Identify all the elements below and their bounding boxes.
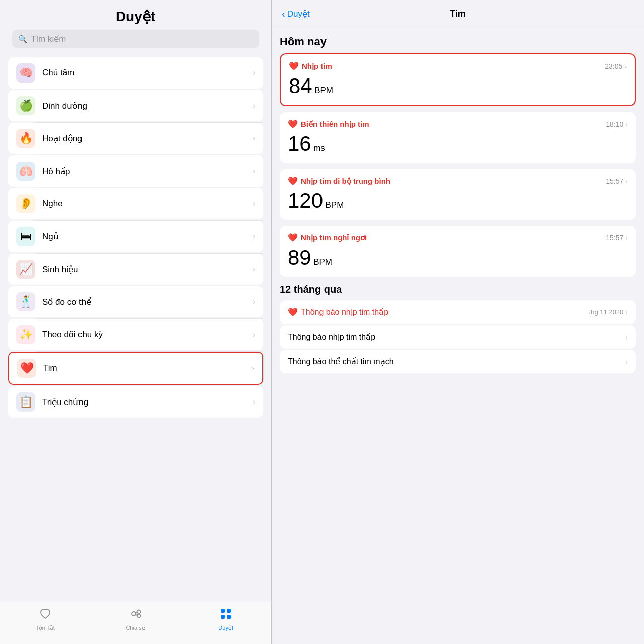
- tab-duyet-icon: [219, 607, 232, 623]
- sidebar-item-chu-tam[interactable]: 🧠 Chú tâm ›: [8, 57, 263, 89]
- card-unit-nhip-tim: BPM: [314, 86, 333, 95]
- card-chevron-bien-thien: ›: [625, 120, 628, 128]
- so-do-label: Số đo cơ thể: [42, 297, 246, 307]
- tab-tom-tat-label: Tóm tắt: [36, 625, 55, 631]
- item-text-thong-bao-nhip-tim-thap-header: Thông báo nhịp tim thấp: [301, 307, 388, 317]
- sidebar-item-ho-hap[interactable]: 🫁 Hô hấp ›: [8, 155, 263, 187]
- sidebar-item-so-do[interactable]: 🕺 Số đo cơ thể ›: [8, 286, 263, 317]
- sidebar-item-theo-doi[interactable]: ✨ Theo dõi chu kỳ ›: [8, 319, 263, 350]
- so-do-chevron: ›: [253, 297, 255, 306]
- back-chevron-icon: ‹: [282, 8, 285, 20]
- sidebar-item-ngu[interactable]: 🛏 Ngủ ›: [8, 221, 263, 252]
- card-bien-thien[interactable]: ❤️ Biến thiên nhịp tim 18:10 › 16 ms: [280, 112, 636, 163]
- left-panel: Duyệt 🔍 Tìm kiếm 🧠 Chú tâm › 🍏 Dinh dưỡn…: [0, 0, 272, 644]
- svg-rect-5: [221, 615, 225, 619]
- item-date-thong-bao-nhip-tim-thap-header: thg 11 2020: [589, 308, 624, 316]
- sidebar-item-nghe[interactable]: 👂 Nghe ›: [8, 188, 263, 219]
- so-do-icon: 🕺: [16, 292, 35, 311]
- card-nhip-tim[interactable]: ❤️ Nhịp tim 23:05 › 84 BPM: [280, 53, 636, 106]
- right-page-title: Tim: [450, 9, 466, 19]
- left-header: Duyệt 🔍 Tìm kiếm: [0, 0, 271, 52]
- back-label: Duyệt: [287, 9, 310, 19]
- card-value-nhip-tim: 84: [289, 74, 312, 98]
- hoat-dong-chevron: ›: [253, 134, 255, 143]
- heart-icon-nhip-tim-di-bo: ❤️: [288, 176, 298, 186]
- card-nhip-tim-nghi-ngoi[interactable]: ❤️ Nhịp tim nghỉ ngơi 15:57 › 89 BPM: [280, 226, 636, 277]
- year-heading: 12 tháng qua: [280, 284, 636, 295]
- ho-hap-icon: 🫁: [16, 162, 35, 181]
- card-value-bien-thien: 16: [288, 132, 311, 155]
- tab-tom-tat[interactable]: Tóm tắt: [0, 607, 91, 631]
- svg-rect-6: [227, 615, 231, 619]
- tab-chia-se[interactable]: Chia sẻ: [91, 607, 181, 631]
- chu-tam-icon: 🧠: [16, 63, 35, 83]
- heart-icon-nhip-tim-nghi-ngoi: ❤️: [288, 233, 298, 243]
- chu-tam-chevron: ›: [253, 68, 255, 77]
- item-text-thong-bao-nhip-tim-thap: Thông báo nhịp tim thấp: [288, 332, 375, 342]
- sidebar-item-trieu-chung[interactable]: 📋 Triệu chứng ›: [8, 386, 263, 418]
- heart-icon-thong-bao-nhip-tim-thap-header: ❤️: [288, 307, 298, 317]
- trieu-chung-chevron: ›: [253, 397, 255, 407]
- card-chevron-nhip-tim-nghi-ngoi: ›: [625, 234, 628, 242]
- trieu-chung-icon: 📋: [16, 392, 35, 412]
- item-chevron-thong-bao-nhip-tim-thap: ›: [625, 333, 628, 341]
- tim-icon: ❤️: [17, 359, 36, 378]
- svg-rect-3: [221, 609, 225, 613]
- nghe-label: Nghe: [42, 199, 246, 209]
- right-panel: ‹ Duyệt Tim Hôm nay ❤️ Nhịp tim 23:05 › …: [272, 0, 644, 644]
- dinh-duong-chevron: ›: [253, 101, 255, 110]
- heart-icon-bien-thien: ❤️: [288, 119, 298, 129]
- ho-hap-chevron: ›: [253, 167, 255, 176]
- year-item-thong-bao-the-chat[interactable]: Thông báo thể chất tim mạch ›: [280, 350, 636, 373]
- ho-hap-label: Hô hấp: [42, 166, 246, 177]
- card-time-nhip-tim: 23:05: [605, 62, 622, 70]
- left-list: 🧠 Chú tâm › 🍏 Dinh dưỡng › 🔥 Hoạt động ›…: [0, 52, 271, 602]
- sidebar-item-dinh-duong[interactable]: 🍏 Dinh dưỡng ›: [8, 90, 263, 121]
- theo-doi-chevron: ›: [253, 330, 255, 339]
- year-item-thong-bao-nhip-tim-thap-header[interactable]: ❤️ Thông báo nhịp tim thấp thg 11 2020 ›: [280, 300, 636, 324]
- nghe-icon: 👂: [16, 194, 35, 213]
- search-placeholder-text: Tìm kiếm: [31, 34, 66, 44]
- sidebar-item-hoat-dong[interactable]: 🔥 Hoạt động ›: [8, 123, 263, 154]
- item-text-thong-bao-the-chat: Thông báo thể chất tim mạch: [288, 357, 394, 366]
- hoat-dong-icon: 🔥: [16, 129, 35, 148]
- tab-duyet[interactable]: Duyệt: [181, 607, 271, 631]
- sidebar-item-sinh-hieu[interactable]: 📈 Sinh hiệu ›: [8, 254, 263, 285]
- nghe-chevron: ›: [253, 199, 255, 208]
- card-title-nhip-tim: Nhịp tim: [302, 62, 332, 71]
- trieu-chung-label: Triệu chứng: [42, 397, 246, 408]
- card-time-nhip-tim-nghi-ngoi: 15:57: [606, 234, 623, 242]
- card-unit-nhip-tim-di-bo: BPM: [326, 200, 344, 210]
- ngu-chevron: ›: [253, 232, 255, 241]
- card-time-bien-thien: 18:10: [606, 120, 623, 128]
- card-value-nhip-tim-di-bo: 120: [288, 189, 323, 212]
- dinh-duong-label: Dinh dưỡng: [42, 101, 246, 111]
- card-chevron-nhip-tim-di-bo: ›: [625, 177, 628, 185]
- card-nhip-tim-di-bo[interactable]: ❤️ Nhịp tim đi bộ trung bình 15:57 › 120…: [280, 169, 636, 220]
- sidebar-item-tim[interactable]: ❤️ Tim ›: [8, 352, 263, 385]
- card-unit-nhip-tim-nghi-ngoi: BPM: [313, 257, 332, 267]
- card-chevron-nhip-tim: ›: [624, 62, 627, 70]
- year-item-thong-bao-nhip-tim-thap[interactable]: Thông báo nhịp tim thấp ›: [280, 325, 636, 349]
- theo-doi-label: Theo dõi chu kỳ: [42, 330, 246, 340]
- theo-doi-icon: ✨: [16, 325, 35, 344]
- card-title-bien-thien: Biến thiên nhịp tim: [301, 120, 369, 129]
- card-title-nhip-tim-di-bo: Nhịp tim đi bộ trung bình: [301, 177, 390, 186]
- card-time-nhip-tim-di-bo: 15:57: [606, 177, 623, 185]
- right-header: ‹ Duyệt Tim: [272, 0, 644, 25]
- tab-tom-tat-icon: [39, 607, 52, 623]
- tab-chia-se-label: Chia sẻ: [126, 625, 145, 631]
- ngu-icon: 🛏: [16, 227, 35, 246]
- item-chevron-thong-bao-nhip-tim-thap-header: ›: [625, 308, 628, 316]
- item-chevron-thong-bao-the-chat: ›: [625, 358, 628, 366]
- left-title: Duyệt: [10, 8, 261, 25]
- heart-icon-nhip-tim: ❤️: [289, 61, 299, 71]
- tim-label: Tim: [43, 363, 245, 373]
- right-content: Hôm nay ❤️ Nhịp tim 23:05 › 84 BPM ❤️ Bi…: [272, 25, 644, 644]
- back-button[interactable]: ‹ Duyệt: [282, 8, 310, 20]
- chu-tam-label: Chú tâm: [42, 68, 246, 78]
- sinh-hieu-label: Sinh hiệu: [42, 264, 246, 275]
- search-bar[interactable]: 🔍 Tìm kiếm: [12, 30, 259, 48]
- svg-point-0: [132, 612, 136, 616]
- card-unit-bien-thien: ms: [313, 143, 325, 153]
